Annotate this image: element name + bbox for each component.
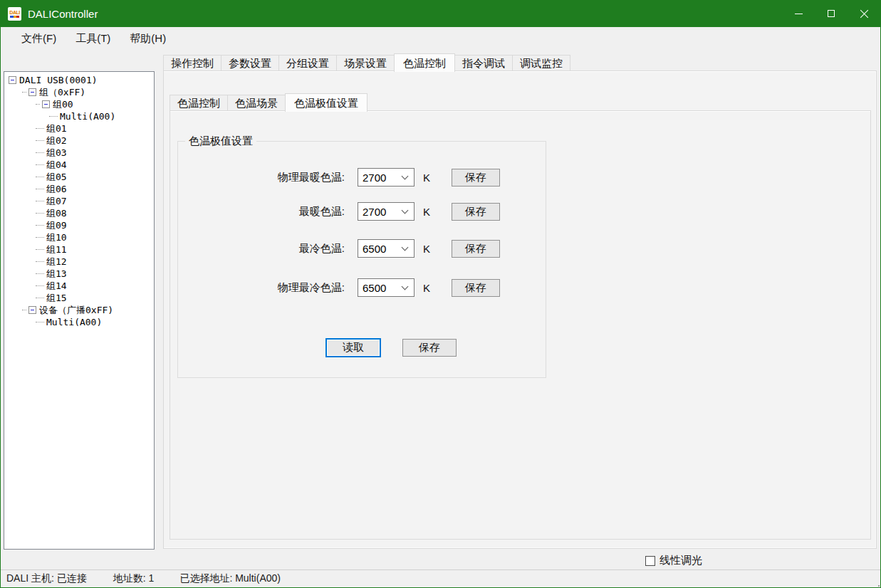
app-window: DALI DALIController 文件(F)工具(T)帮助(H) DALI…: [0, 0, 881, 588]
row-save-button[interactable]: 保存: [452, 203, 500, 221]
tree-item-label: 组12: [46, 256, 67, 268]
color-temp-combobox[interactable]: 2700: [358, 168, 415, 187]
tab-色温控制[interactable]: 色温控制: [394, 53, 455, 72]
tree-item[interactable]: 组12: [4, 256, 154, 268]
tree-item-label: 组01: [46, 122, 67, 135]
menubar: 文件(F)工具(T)帮助(H): [1, 27, 880, 51]
tree-connector: [36, 213, 44, 214]
color-temp-row-label: 物理最冷色温:: [178, 281, 358, 295]
color-temp-row-label: 最冷色温:: [178, 242, 358, 256]
tree-item-label: 组00: [53, 98, 73, 110]
tree-item[interactable]: 组03: [4, 147, 154, 159]
tree-item-label: Multi(A00): [46, 316, 102, 328]
combobox-value: 2700: [358, 172, 402, 184]
tree-item[interactable]: 组14: [4, 280, 154, 292]
tree-item[interactable]: 组11: [4, 243, 154, 256]
tab-调试监控[interactable]: 调试监控: [513, 55, 570, 71]
tree-item[interactable]: 组04: [4, 159, 154, 171]
tree-item[interactable]: 组05: [4, 171, 154, 183]
tree-item[interactable]: 组15: [4, 292, 154, 304]
save-all-button[interactable]: 保存: [402, 339, 457, 357]
color-temp-combobox[interactable]: 6500: [358, 239, 415, 258]
tree-connector: [36, 152, 44, 153]
tab-分组设置[interactable]: 分组设置: [279, 55, 337, 71]
subtab-色温极值设置[interactable]: 色温极值设置: [285, 93, 367, 112]
menu-item-2[interactable]: 帮助(H): [122, 28, 174, 49]
tree-item[interactable]: DALI USB(0001): [4, 74, 154, 86]
tree-expander-icon[interactable]: [28, 306, 36, 314]
tree-item[interactable]: 组（0xFF): [4, 86, 154, 98]
tree-connector: [36, 201, 44, 201]
menu-item-0[interactable]: 文件(F): [14, 28, 64, 49]
window-controls: [782, 0, 880, 27]
minimize-button[interactable]: [782, 0, 815, 27]
unit-label: K: [423, 282, 433, 294]
close-icon: [860, 9, 869, 19]
row-save-button[interactable]: 保存: [452, 169, 500, 187]
linear-dimming-checkbox[interactable]: [645, 556, 655, 566]
close-button[interactable]: [848, 0, 880, 27]
tree-item-label: 组15: [46, 292, 67, 304]
resize-grip[interactable]: [875, 582, 877, 584]
tree-connector: [36, 298, 44, 298]
tree-item[interactable]: 组07: [4, 195, 154, 207]
unit-label: K: [423, 172, 433, 184]
tree-expander-icon[interactable]: [9, 76, 16, 84]
maximize-button[interactable]: [815, 0, 848, 27]
tree-item[interactable]: Multi(A00): [4, 110, 154, 122]
tab-指令调试[interactable]: 指令调试: [455, 55, 513, 71]
tree-item-label: 组（0xFF): [39, 86, 85, 98]
tree-item[interactable]: 组06: [4, 183, 154, 195]
tree-item[interactable]: 组09: [4, 219, 154, 231]
tree-item-label: 组08: [46, 207, 67, 219]
row-save-button[interactable]: 保存: [452, 240, 500, 258]
color-temp-row: 物理最冷色温:6500K保存: [178, 278, 546, 297]
tree-item[interactable]: 组02: [4, 135, 154, 147]
tree-item-label: 组14: [46, 280, 67, 292]
tab-场景设置[interactable]: 场景设置: [337, 55, 395, 71]
tree-item[interactable]: 设备（广播0xFF): [4, 304, 154, 316]
color-temp-row: 物理最暖色温:2700K保存: [178, 168, 546, 187]
tree-item-label: 组06: [46, 183, 67, 195]
status-host: DALI 主机: 已连接: [6, 572, 87, 585]
tab-操作控制[interactable]: 操作控制: [163, 55, 221, 71]
subtab-色温控制[interactable]: 色温控制: [170, 95, 228, 111]
tree-item-label: 组04: [46, 159, 67, 171]
color-temp-combobox[interactable]: 6500: [358, 278, 415, 297]
tree-connector: [22, 310, 26, 310]
tree-item[interactable]: 组10: [4, 231, 154, 243]
minimize-icon: [795, 14, 803, 14]
linear-dimming-label: 线性调光: [660, 554, 702, 567]
statusbar: DALI 主机: 已连接 地址数: 1 已选择地址: Multi(A00): [1, 569, 880, 587]
tree-item-label: 组05: [46, 171, 67, 183]
groupbox-rows: 物理最暖色温:2700K保存最暖色温:2700K保存最冷色温:6500K保存物理…: [178, 168, 546, 297]
read-button[interactable]: 读取: [325, 338, 381, 357]
color-temp-row-label: 物理最暖色温:: [178, 171, 358, 184]
color-temp-row-label: 最暖色温:: [178, 205, 358, 219]
titlebar: DALI DALIController: [1, 0, 880, 27]
tree-expander-icon[interactable]: [42, 100, 50, 108]
unit-label: K: [423, 243, 433, 255]
status-selected-address: 已选择地址: Multi(A00): [179, 572, 281, 585]
subtab-色温场景[interactable]: 色温场景: [228, 95, 286, 111]
tree-connector: [36, 273, 44, 274]
tab-参数设置[interactable]: 参数设置: [221, 55, 279, 71]
tree-connector: [36, 177, 44, 177]
tree-item[interactable]: 组13: [4, 268, 154, 280]
chevron-down-icon: [402, 244, 409, 251]
tree-item[interactable]: 组01: [4, 122, 154, 135]
tree-item[interactable]: 组00: [4, 98, 154, 110]
unit-label: K: [423, 206, 433, 218]
tree-connector: [36, 140, 44, 141]
tree-item[interactable]: 组08: [4, 207, 154, 219]
row-save-button[interactable]: 保存: [452, 279, 500, 297]
menu-item-1[interactable]: 工具(T): [68, 28, 118, 49]
groupbox-title: 色温极值设置: [185, 135, 256, 148]
tree-item-label: DALI USB(0001): [19, 74, 98, 86]
color-temp-combobox[interactable]: 2700: [358, 202, 415, 221]
tree[interactable]: DALI USB(0001)组（0xFF)组00Multi(A00)组01组02…: [4, 71, 155, 550]
tree-connector: [36, 237, 44, 238]
tree-connector: [36, 249, 44, 250]
tree-item[interactable]: Multi(A00): [4, 316, 154, 328]
tree-expander-icon[interactable]: [28, 88, 36, 96]
